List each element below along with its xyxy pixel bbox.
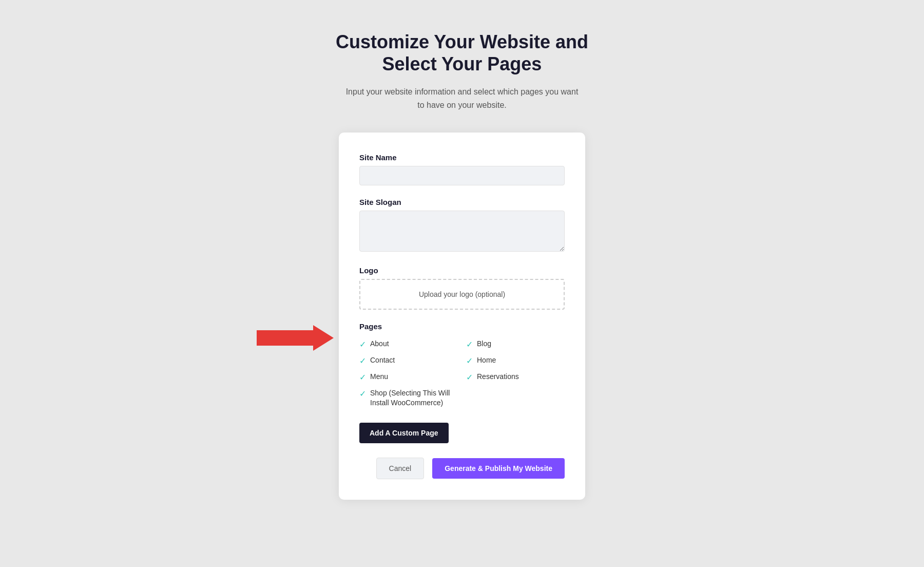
pages-label: Pages	[359, 322, 565, 331]
check-icon-shop: ✓	[359, 389, 366, 399]
logo-field-group: Logo Upload your logo (optional)	[359, 266, 565, 310]
site-name-field-group: Site Name	[359, 153, 565, 185]
cancel-button[interactable]: Cancel	[376, 458, 425, 479]
logo-label: Logo	[359, 266, 565, 275]
footer-actions: Cancel Generate & Publish My Website	[359, 458, 565, 479]
site-name-input[interactable]	[359, 166, 565, 185]
site-slogan-field-group: Site Slogan	[359, 198, 565, 254]
page-item-contact[interactable]: ✓ Contact	[359, 355, 458, 366]
page-item-menu[interactable]: ✓ Menu	[359, 372, 458, 382]
svg-marker-0	[257, 325, 334, 351]
check-icon-contact: ✓	[359, 356, 366, 366]
page-label-contact: Contact	[370, 355, 395, 366]
arrow-indicator	[257, 325, 334, 351]
page-label-menu: Menu	[370, 372, 388, 382]
site-name-label: Site Name	[359, 153, 565, 162]
site-slogan-label: Site Slogan	[359, 198, 565, 206]
page-item-blog[interactable]: ✓ Blog	[466, 339, 565, 349]
check-icon-blog: ✓	[466, 339, 473, 349]
check-icon-menu: ✓	[359, 372, 366, 382]
page-item-about[interactable]: ✓ About	[359, 339, 458, 349]
check-icon-about: ✓	[359, 339, 366, 349]
form-card: Site Name Site Slogan Logo Upload your l…	[339, 133, 585, 500]
page-item-reservations[interactable]: ✓ Reservations	[466, 372, 565, 382]
pages-grid: ✓ About ✓ Blog ✓ Contact ✓ Home ✓ Menu	[359, 339, 565, 408]
page-label-about: About	[370, 339, 389, 349]
page-title: Customize Your Website and Select Your P…	[336, 31, 588, 75]
logo-upload-button[interactable]: Upload your logo (optional)	[359, 279, 565, 310]
page-item-shop[interactable]: ✓ Shop (Selecting This Will Install WooC…	[359, 388, 458, 408]
page-label-shop: Shop (Selecting This Will Install WooCom…	[370, 388, 458, 408]
page-label-home: Home	[477, 355, 496, 366]
page-label-reservations: Reservations	[477, 372, 519, 382]
check-icon-home: ✓	[466, 356, 473, 366]
add-custom-page-button[interactable]: Add A Custom Page	[359, 423, 449, 443]
page-subtitle: Input your website information and selec…	[344, 85, 580, 111]
site-slogan-input[interactable]	[359, 211, 565, 252]
pages-field-group: Pages ✓ About ✓ Blog ✓ Contact ✓ Home	[359, 322, 565, 408]
check-icon-reservations: ✓	[466, 372, 473, 382]
page-item-home[interactable]: ✓ Home	[466, 355, 565, 366]
publish-button[interactable]: Generate & Publish My Website	[432, 458, 565, 479]
page-label-blog: Blog	[477, 339, 491, 349]
